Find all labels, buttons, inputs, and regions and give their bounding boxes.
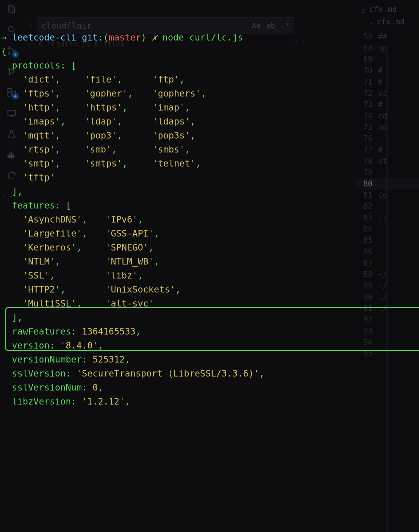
feature-value: 'libz' (105, 270, 137, 281)
open-editor-item-sub[interactable]: cfx.md (355, 15, 419, 28)
protocol-value: 'tftp' (23, 172, 55, 183)
extensions-icon[interactable]: 4 (6, 86, 18, 98)
line-number: 72 (359, 89, 373, 98)
protocol-value: 'ldaps' (152, 116, 190, 127)
svg-rect-12 (8, 110, 15, 115)
protocol-value: 'pop3s' (152, 130, 190, 141)
svg-point-8 (8, 68, 10, 70)
line-number: 93 (359, 326, 373, 335)
version-value: '8.4.0' (60, 340, 98, 351)
svg-point-4 (8, 47, 10, 49)
line-number: 75 (359, 123, 373, 132)
download-icon (361, 7, 366, 12)
sync-icon[interactable] (6, 170, 18, 182)
line-number: 92 (359, 315, 373, 324)
scm-badge: 9 (12, 51, 19, 58)
line-text: ~/ (378, 281, 387, 290)
docker-icon[interactable] (6, 149, 18, 161)
open-editor-item[interactable]: cfx.md (355, 3, 419, 15)
protocol-value: 'smtp' (23, 158, 55, 169)
extensions-badge: 4 (12, 93, 19, 99)
protocol-value: 'imaps' (23, 116, 60, 127)
line-number: 90 (359, 293, 373, 301)
testing-icon[interactable] (6, 128, 18, 140)
editor-line[interactable]: 59## (355, 31, 419, 42)
chevron-right-icon[interactable] (27, 22, 34, 29)
line-text: # (378, 100, 387, 109)
line-number: 78 (359, 157, 373, 166)
search-results-summary: 0 results in 0 files (39, 40, 294, 48)
protocol-value: 'ftps' (23, 88, 55, 99)
line-number: 88 (359, 270, 373, 279)
svg-rect-16 (10, 154, 12, 156)
line-number: 85 (359, 236, 373, 245)
svg-point-2 (8, 27, 13, 32)
version-number-value: 525312 (93, 354, 125, 365)
value: 1364165533 (82, 326, 136, 337)
match-case-option[interactable]: Aa (252, 21, 260, 30)
line-number: 79 (359, 168, 373, 177)
feature-value: 'AsynchDNS' (23, 214, 82, 225)
line-number: 82 (359, 202, 373, 211)
download-icon (368, 19, 374, 24)
protocol-value: 'https' (85, 102, 122, 113)
line-number: 94 (359, 338, 373, 347)
line-number: 73 (359, 100, 373, 109)
explorer-icon[interactable] (6, 3, 18, 15)
protocol-value: 'file' (85, 74, 117, 85)
feature-value: 'MultiSSL' (23, 298, 76, 309)
line-number: 69 (359, 55, 373, 64)
line-text: vi (378, 89, 387, 98)
regex-option[interactable]: .* (281, 21, 290, 30)
line-text: # (378, 145, 387, 154)
feature-value: 'GSS-API' (105, 228, 154, 239)
line-number: 81 (359, 191, 373, 200)
line-text: ./ (378, 293, 387, 301)
feature-value: 'NTLM_WB' (105, 256, 154, 267)
open-editor-label: cfx.md (369, 5, 397, 14)
svg-rect-1 (10, 7, 15, 13)
protocol-value: 'ldap' (85, 116, 117, 127)
line-text: no (378, 123, 387, 132)
line-text: # (378, 77, 387, 86)
svg-rect-18 (10, 152, 12, 154)
svg-rect-17 (12, 154, 14, 156)
line-text: li (378, 213, 387, 222)
line-text: ./ (378, 304, 387, 313)
ssl-version-num-value: 0 (93, 382, 98, 393)
search-more-icon[interactable]: ··· (288, 37, 306, 46)
remote-icon[interactable] (6, 107, 18, 119)
line-number: 77 (359, 145, 373, 154)
line-text: np (378, 43, 387, 52)
feature-value: 'HTTP2' (23, 284, 60, 295)
feature-value: 'alt-svc' (105, 298, 154, 309)
feature-value: 'SPNEGO' (105, 242, 148, 253)
more-icon[interactable]: ··· (6, 191, 18, 203)
protocol-value: 'smbs' (152, 144, 185, 155)
svg-rect-0 (8, 5, 13, 11)
line-number: 68 (359, 43, 373, 52)
search-input[interactable]: cloudflair Aa ab .* (37, 17, 294, 34)
protocol-value: 'telnet' (152, 158, 196, 169)
match-word-option[interactable]: ab (266, 21, 275, 30)
line-text: co (378, 191, 387, 200)
protocol-value: 'smtps' (85, 158, 122, 169)
libz-version-value: '1.2.12' (82, 396, 125, 407)
line-number: 95 (359, 349, 373, 358)
search-input-text: cloudflair (41, 21, 92, 31)
svg-line-3 (13, 31, 15, 34)
line-text: ## (378, 32, 387, 41)
feature-value: 'NTLM' (23, 256, 55, 267)
feature-value: 'Largefile' (23, 228, 82, 239)
line-text: # (378, 66, 387, 75)
line-number: 59 (359, 32, 373, 41)
debug-icon[interactable] (6, 66, 18, 77)
protocol-value: 'imap' (152, 102, 185, 113)
source-control-icon[interactable]: 9 (6, 45, 18, 57)
search-icon[interactable] (6, 24, 18, 36)
background-search-panel: eetcod cloudflair Aa ab .* ··· 0 results… (27, 4, 294, 48)
line-number: 84 (359, 225, 373, 234)
activity-bar: 9 4 ··· (0, 0, 23, 532)
svg-rect-15 (8, 154, 10, 156)
svg-point-5 (8, 53, 10, 55)
